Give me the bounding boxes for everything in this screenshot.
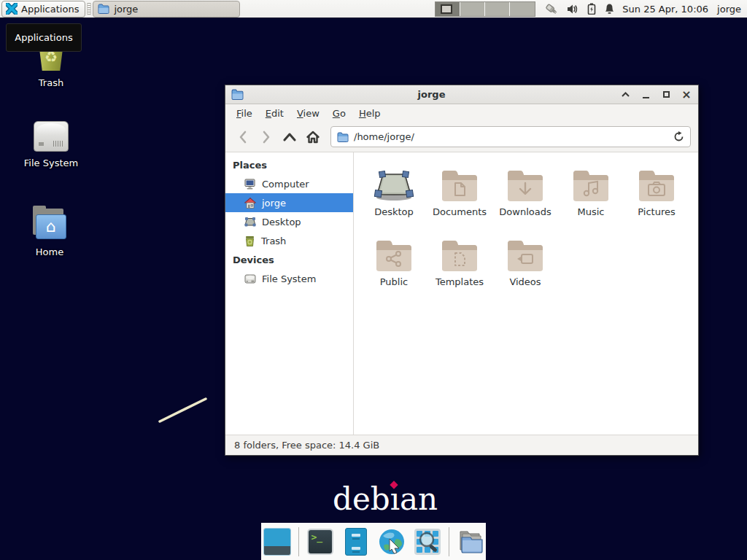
statusbar: 8 folders, Free space: 14.4 GiB xyxy=(225,435,698,455)
cursor-trail xyxy=(155,394,213,429)
file-item-documents[interactable]: Documents xyxy=(427,161,492,231)
desktop-folder-icon xyxy=(374,161,414,202)
path-text[interactable]: /home/jorge/ xyxy=(354,131,668,142)
debian-logo-text: an xyxy=(400,481,438,517)
file-item-music[interactable]: Music xyxy=(558,161,624,231)
window-title: jorge xyxy=(244,89,619,100)
videos-folder-icon xyxy=(506,231,545,272)
sidebar-item-label: File System xyxy=(262,273,316,284)
sidebar-item-jorge[interactable]: jorge xyxy=(225,193,353,212)
debian-logo-text: deb xyxy=(333,481,390,517)
home-icon xyxy=(244,198,256,209)
back-button[interactable] xyxy=(233,127,253,147)
sidebar-header-devices: Devices xyxy=(225,250,353,269)
workspace-2[interactable] xyxy=(460,2,485,16)
home-glyph: ⌂ xyxy=(46,219,56,235)
home-button[interactable] xyxy=(303,127,323,147)
sidebar-item-file-system[interactable]: File System xyxy=(225,269,353,288)
web-browser-launcher[interactable] xyxy=(377,527,406,556)
workspace-3[interactable] xyxy=(485,2,510,16)
window-folder-icon xyxy=(231,89,244,100)
file-item-downloads[interactable]: Downloads xyxy=(492,161,558,231)
shade-button[interactable] xyxy=(619,89,631,101)
file-name: Videos xyxy=(509,276,541,287)
file-item-templates[interactable]: Templates xyxy=(427,231,492,301)
desktop-icon-home[interactable]: ⌂ Home xyxy=(15,209,85,257)
sidebar-item-computer[interactable]: Computer xyxy=(225,174,353,193)
up-button[interactable] xyxy=(279,127,300,147)
applications-tooltip: Applications xyxy=(6,23,82,52)
drive-mini-icon xyxy=(244,274,256,284)
battery-icon[interactable] xyxy=(587,3,596,15)
desktop-icon-label: File System xyxy=(24,158,78,168)
file-cabinet-launcher[interactable] xyxy=(341,527,371,556)
window-body: Places Computer xyxy=(225,152,698,435)
path-bar[interactable]: /home/jorge/ xyxy=(330,126,691,147)
sidebar-header-places: Places xyxy=(225,155,353,174)
file-name: Desktop xyxy=(374,206,414,217)
workspace-switcher[interactable] xyxy=(435,1,535,17)
applications-menu-label: Applications xyxy=(21,4,79,15)
top-panel: Applications jorge xyxy=(0,0,747,18)
minimize-button[interactable] xyxy=(640,89,651,101)
terminal-prompt-glyph: >_ xyxy=(311,532,323,542)
forward-button[interactable] xyxy=(256,127,276,147)
notifications-bell-icon[interactable] xyxy=(604,3,615,15)
menu-go[interactable]: Go xyxy=(328,106,351,120)
show-desktop-icon xyxy=(263,528,291,556)
menu-file[interactable]: File xyxy=(231,106,258,120)
desktop-mini-icon xyxy=(244,217,256,227)
desktop-icon-label: Home xyxy=(36,246,63,257)
file-item-videos[interactable]: Videos xyxy=(492,231,558,301)
system-tray xyxy=(544,3,615,15)
sidebar-item-trash[interactable]: Trash xyxy=(225,231,353,250)
pictures-folder-icon xyxy=(637,161,676,202)
sidebar-item-desktop[interactable]: Desktop xyxy=(225,212,353,231)
maximize-button[interactable] xyxy=(660,89,672,101)
sidebar-item-label: Trash xyxy=(261,236,286,246)
desktop-icon-file-system[interactable]: File System xyxy=(16,121,86,168)
network-icon[interactable] xyxy=(544,3,559,15)
panel-username[interactable]: jorge xyxy=(717,4,741,15)
reload-icon[interactable] xyxy=(673,131,684,142)
taskbar-window-label: jorge xyxy=(114,4,138,15)
statusbar-text: 8 folders, Free space: 14.4 GiB xyxy=(234,440,379,451)
workspace-1[interactable] xyxy=(436,2,460,16)
panel-handle[interactable] xyxy=(87,3,91,15)
file-grid: Desktop Documents xyxy=(354,152,698,435)
panel-clock[interactable]: Sun 25 Apr, 10:06 xyxy=(622,4,708,15)
debian-logo: debıan xyxy=(333,481,438,517)
dock-separator xyxy=(449,527,449,556)
file-manager-icon xyxy=(456,529,485,555)
sidebar: Places Computer xyxy=(225,152,354,435)
app-finder-launcher[interactable] xyxy=(413,527,442,556)
web-browser-icon xyxy=(377,527,406,556)
window-titlebar[interactable]: jorge × xyxy=(225,85,698,104)
pathbar-folder-icon xyxy=(337,132,349,142)
volume-icon[interactable] xyxy=(567,4,579,15)
desktop-screen: Applications jorge xyxy=(0,0,747,560)
show-desktop-button[interactable] xyxy=(263,527,292,556)
file-manager-launcher[interactable] xyxy=(456,527,485,556)
terminal-launcher[interactable]: >_ xyxy=(306,527,335,556)
file-item-pictures[interactable]: Pictures xyxy=(624,161,689,231)
sidebar-item-label: jorge xyxy=(262,198,286,209)
file-item-public[interactable]: Public xyxy=(361,231,427,301)
file-name: Documents xyxy=(433,206,487,217)
tooltip-text: Applications xyxy=(15,32,72,43)
terminal-icon: >_ xyxy=(307,529,333,555)
close-button[interactable]: × xyxy=(681,89,692,101)
music-folder-icon xyxy=(571,161,611,202)
app-finder-icon xyxy=(413,527,442,556)
menu-view[interactable]: View xyxy=(292,106,325,120)
menu-edit[interactable]: Edit xyxy=(260,106,289,120)
taskbar-window-button[interactable]: jorge xyxy=(93,1,240,18)
workspace-4[interactable] xyxy=(510,2,535,16)
applications-menu-button[interactable]: Applications xyxy=(1,1,85,18)
menu-help[interactable]: Help xyxy=(354,106,386,120)
folder-icon xyxy=(98,4,109,14)
file-cabinet-icon xyxy=(345,528,367,556)
window-controls: × xyxy=(619,89,692,101)
home-folder-icon: ⌂ xyxy=(31,209,68,241)
file-item-desktop[interactable]: Desktop xyxy=(361,161,427,231)
